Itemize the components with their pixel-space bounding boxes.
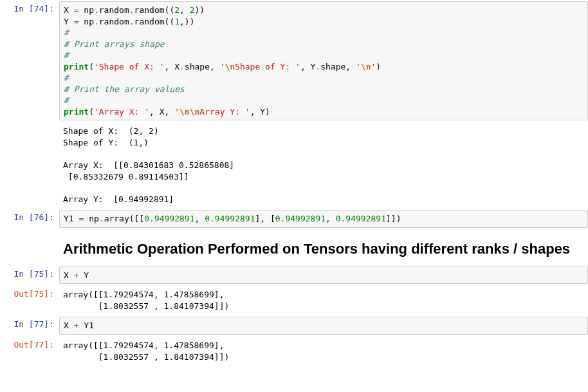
cell-75-output: Out[75]: array([[1.79294574, 1.47858699]… xyxy=(0,285,588,315)
in-prompt-75: In [75]: xyxy=(0,266,59,283)
in-prompt-77: In [77]: xyxy=(0,317,59,333)
in-prompt-74: In [74]: xyxy=(0,1,59,17)
cell-77-output: Out[77]: array([[1.79294574, 1.47858699]… xyxy=(0,336,588,366)
stdout-74: Shape of X: (2, 2) Shape of Y: (1,) Arra… xyxy=(59,123,588,207)
cell-76-input: In [76]: Y1 = np.array([[0.94992891, 0.9… xyxy=(0,209,588,229)
out-prompt-74-blank xyxy=(0,123,59,128)
section-heading: Arithmetic Operation Performed on Tensor… xyxy=(59,230,588,264)
cell-77-input: In [77]: X + Y1 xyxy=(0,315,588,336)
cell-74-output: Shape of X: (2, 2) Shape of Y: (1,) Arra… xyxy=(0,122,588,209)
result-75: array([[1.79294574, 1.47858699], [1.8032… xyxy=(59,286,588,314)
in-prompt-76: In [76]: xyxy=(0,210,59,226)
code-input-75[interactable]: X + Y xyxy=(59,266,588,285)
heading-prompt-blank xyxy=(0,230,59,236)
code-input-74[interactable]: X = np.random.random((2, 2)) Y = np.rand… xyxy=(59,1,588,120)
result-77: array([[1.79294574, 1.47858699], [1.8032… xyxy=(59,337,588,365)
out-prompt-77: Out[77]: xyxy=(0,337,59,353)
markdown-cell-heading: Arithmetic Operation Performed on Tensor… xyxy=(0,229,588,265)
out-prompt-75: Out[75]: xyxy=(0,286,59,303)
code-input-76[interactable]: Y1 = np.array([[0.94992891, 0.94992891],… xyxy=(59,210,588,228)
cell-74-input: In [74]: X = np.random.random((2, 2)) Y … xyxy=(0,0,588,122)
cell-75-input: In [75]: X + Y xyxy=(0,265,588,286)
code-input-77[interactable]: X + Y1 xyxy=(59,317,588,335)
